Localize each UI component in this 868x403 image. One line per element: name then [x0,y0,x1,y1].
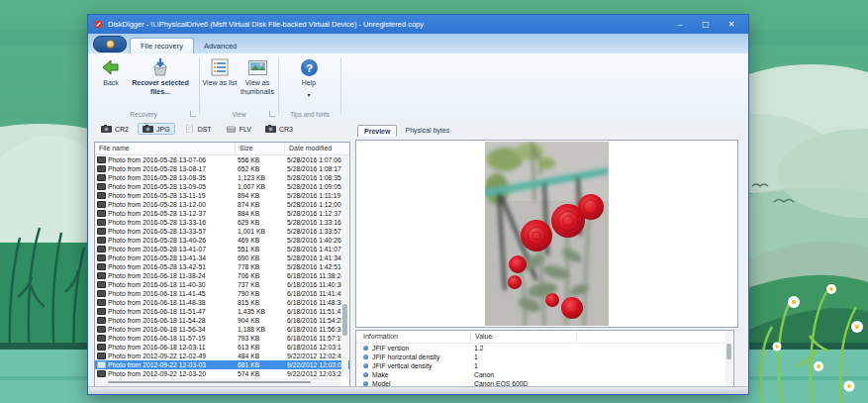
photo-file-icon [97,308,106,315]
file-row[interactable]: Photo from 2012-09-22 12-03-20574 KB9/22… [95,369,349,378]
tab-preview[interactable]: Preview [357,125,397,137]
info-header: Information Value [356,331,733,344]
file-row[interactable]: Photo from 2016-05-28 13-40-26469 KB5/28… [95,236,349,245]
file-name: Photo from 2012-09-22 12-03-03 [108,361,206,368]
info-vertical-scrollbar[interactable] [725,332,732,387]
filetype-tab-jpg[interactable]: JPG [138,123,175,135]
file-date-modified: 5/28/2016 1:33:57 P [285,228,349,235]
file-date-modified: 6/18/2016 11:51:47 [285,308,349,315]
file-row[interactable]: Photo from 2012-09-22 12-02-49484 KB9/22… [95,352,349,360]
filetype-tab-flv[interactable]: FLV [221,123,256,135]
file-row[interactable]: Photo from 2016-05-28 13-09-051,007 KB5/… [95,182,349,191]
scrollbar-thumb[interactable] [342,304,347,336]
file-row[interactable]: Photo from 2016-05-28 13-11-19894 KB5/28… [95,191,349,200]
file-row[interactable]: Photo from 2016-05-28 13-41-34690 KB5/28… [95,253,349,262]
column-header-size[interactable]: Size [236,143,285,154]
filetype-tab-dst[interactable]: DST [179,123,217,135]
file-row[interactable]: Photo from 2016-06-18 11-51-471,435 KB6/… [95,307,349,316]
file-date-modified: 5/28/2016 1:41:34 P [285,254,349,261]
recovery-dialog-launcher-icon[interactable] [190,111,196,117]
info-row[interactable]: JFIF vertical density1 [356,361,733,370]
view-as-list-button[interactable]: View as list [202,57,238,88]
tab-physical-bytes[interactable]: Physical bytes [399,125,455,137]
file-list-vertical-scrollbar[interactable] [341,155,348,377]
file-name: Photo from 2016-06-18 11-51-47 [108,308,206,315]
file-name: Photo from 2016-05-28 13-33-57 [108,228,206,235]
view-as-thumbnails-button[interactable]: View as thumbnails [238,57,277,97]
file-date-modified: 6/18/2016 11:57:19 [285,335,349,342]
file-row[interactable]: Photo from 2016-06-18 11-40-30737 KB6/18… [95,280,349,289]
file-date-modified: 5/28/2016 1:07:06 P [285,156,349,163]
info-row[interactable]: MakeCanon [356,370,733,379]
info-value: Canon [470,371,575,378]
photo-file-icon [97,344,106,351]
photo-file-icon [97,317,106,324]
column-header-file-name[interactable]: File name [95,143,236,154]
file-list-header: File name Size Date modified [95,143,349,155]
help-dropdown-arrow-icon[interactable]: ▾ [307,91,310,98]
column-header-date-modified[interactable]: Date modified [285,143,349,154]
file-row[interactable]: Photo from 2016-05-28 13-42-51778 KB5/28… [95,262,349,271]
file-row[interactable]: Photo from 2016-05-28 13-08-17652 KB5/28… [95,164,349,173]
file-row[interactable]: Photo from 2012-09-22 12-03-03681 KB9/22… [95,360,349,369]
file-name: Photo from 2016-05-28 13-40-26 [108,237,206,244]
file-name: Photo from 2016-06-18 11-40-30 [108,281,206,288]
help-button[interactable]: ? Help ▾ [289,57,329,98]
file-row[interactable]: Photo from 2016-06-18 11-41-45790 KB6/18… [95,289,349,298]
file-date-modified: 5/28/2016 1:40:26 P [285,237,349,244]
photo-file-icon [97,210,106,217]
close-button[interactable]: ✕ [719,15,744,34]
photo-file-icon [97,281,106,288]
back-button[interactable]: Back [94,57,128,88]
preview-pane [355,140,738,328]
file-row[interactable]: Photo from 2016-05-28 13-07-06556 KB5/28… [95,155,349,164]
file-size: 737 KB [236,281,285,288]
scrollbar-thumb[interactable] [108,381,311,383]
file-size: 793 KB [236,335,285,342]
file-row[interactable]: Photo from 2016-05-28 13-33-16629 KB5/28… [95,218,349,227]
photo-file-icon [97,361,106,368]
camera-icon [265,125,276,133]
recover-selected-files-button[interactable]: Recover selected files... [126,57,195,97]
file-row[interactable]: Photo from 2016-05-28 13-41-07551 KB5/28… [95,245,349,253]
file-row[interactable]: Photo from 2016-05-28 13-08-351,123 KB5/… [95,173,349,182]
photo-file-icon [97,237,106,244]
filetype-tab-cr2[interactable]: CR2 [96,123,134,135]
info-value: 1.2 [470,345,575,352]
file-name: Photo from 2016-06-18 12-03-11 [108,344,206,351]
file-row[interactable]: Photo from 2016-06-18 11-48-38815 KB6/18… [95,298,349,307]
app-menu-button[interactable] [93,36,127,52]
column-header-value[interactable]: Value [471,331,577,343]
file-row[interactable]: Photo from 2016-05-28 13-12-37884 KB5/28… [95,209,349,218]
file-row[interactable]: Photo from 2016-06-18 11-56-341,188 KB6/… [95,325,349,334]
file-date-modified: 5/28/2016 1:12:00 P [285,201,349,208]
info-key: JFIF vertical density [372,362,470,369]
filetype-tab-cr3[interactable]: CR3 [260,123,298,135]
minimize-button[interactable]: – [667,15,693,34]
tab-file-recovery[interactable]: File recovery [130,38,194,53]
file-row[interactable]: Photo from 2016-06-18 11-57-19793 KB6/18… [95,334,349,343]
file-row[interactable]: Photo from 2016-06-18 11-54-28904 KB6/18… [95,316,349,325]
file-name: Photo from 2016-05-28 13-42-51 [108,263,206,270]
filetype-tab-label: FLV [240,126,251,133]
file-date-modified: 5/28/2016 1:42:51 P [285,263,349,270]
photo-file-icon [97,263,106,270]
tab-advanced[interactable]: Advanced [194,39,246,53]
help-icon: ? [300,58,319,77]
file-size: 629 KB [236,219,285,226]
file-row[interactable]: Photo from 2016-05-28 13-12-00874 KB5/28… [95,200,349,209]
info-row[interactable]: JFIF version1.2 [356,344,733,353]
file-row[interactable]: Photo from 2016-06-18 11-38-24706 KB6/18… [95,271,349,280]
file-row[interactable]: Photo from 2016-06-18 12-03-11613 KB6/18… [95,343,349,352]
preview-tab-bar: Preview Physical bytes [357,125,455,137]
file-row[interactable]: Photo from 2016-05-28 13-33-571,001 KB5/… [95,227,349,236]
file-size: 904 KB [236,317,285,324]
file-date-modified: 5/28/2016 1:33:16 P [285,219,349,226]
scrollbar-thumb[interactable] [726,344,731,359]
file-date-modified: 6/18/2016 11:38:24 [285,272,349,279]
title-bar[interactable]: DiskDigger - \\.\PhysicalDrive6 (Msft Vi… [88,15,748,34]
view-dialog-launcher-icon[interactable] [269,111,275,117]
info-row[interactable]: JFIF horizontal density1 [356,353,733,361]
column-header-information[interactable]: Information [356,331,471,343]
maximize-button[interactable]: ▢ [693,15,719,34]
